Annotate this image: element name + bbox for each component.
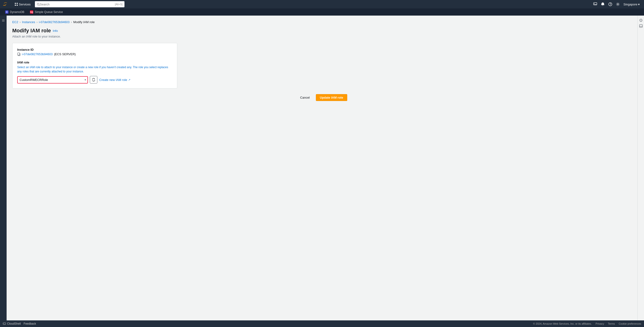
- search-shortcut: [Alt+S]: [115, 3, 122, 6]
- cloudshell-footer-icon: [3, 322, 6, 325]
- footer-left: CloudShell Feedback: [3, 322, 36, 325]
- dynamodb-icon: D: [5, 10, 8, 14]
- breadcrumb-current: Modify IAM role: [73, 20, 94, 24]
- aws-logo[interactable]: aws: [3, 2, 11, 7]
- svg-rect-1: [15, 3, 16, 4]
- refresh-icon: [92, 78, 95, 81]
- instance-id-label: Instance ID: [17, 48, 172, 52]
- instance-id-link[interactable]: i-07de0827653b94603: [22, 52, 52, 56]
- main-layout: EC2 › Instances › i-07de0827653b94603 › …: [0, 16, 644, 320]
- dynamodb-tab[interactable]: D DynamoDB: [3, 10, 27, 15]
- right-sidebar: ?: [638, 16, 644, 320]
- breadcrumb: EC2 › Instances › i-07de0827653b94603 › …: [12, 20, 632, 24]
- svg-rect-19: [639, 25, 642, 27]
- copyright-text: © 2024, Amazon Web Services, Inc. or its…: [533, 322, 592, 325]
- sqs-tab-label: Simple Queue Service: [35, 10, 63, 14]
- settings-button[interactable]: [614, 2, 621, 7]
- instance-id-row: i-07de0827653b94603 (ECS SERVER): [17, 52, 172, 56]
- cloudshell-nav-button[interactable]: [592, 2, 598, 7]
- terms-link[interactable]: Terms: [608, 322, 615, 325]
- feedback-label[interactable]: Feedback: [24, 322, 36, 325]
- copy-icon[interactable]: [17, 53, 20, 56]
- breadcrumb-sep-1: ›: [20, 21, 20, 24]
- sqs-icon: SQ: [30, 10, 33, 14]
- svg-rect-16: [18, 53, 20, 55]
- top-navigation: aws Services [Alt+S] ?: [0, 0, 644, 9]
- external-link-icon: ↗: [128, 78, 130, 81]
- sidebar-menu-button[interactable]: [0, 18, 6, 24]
- help-button[interactable]: ?: [607, 2, 614, 7]
- services-label: Services: [19, 3, 31, 6]
- services-menu-button[interactable]: Services: [13, 2, 32, 7]
- create-iam-role-label: Create new IAM role: [99, 78, 127, 82]
- service-tabs-bar: D DynamoDB SQ Simple Queue Service: [0, 9, 644, 16]
- cancel-button[interactable]: Cancel: [297, 94, 313, 101]
- iam-select-row: CustomRWECRRole None AmazonEC2RoleForSSM…: [17, 76, 172, 84]
- svg-rect-2: [17, 3, 18, 4]
- svg-point-11: [617, 4, 618, 5]
- right-help-button[interactable]: ?: [638, 18, 644, 23]
- footer: CloudShell Feedback © 2024, Amazon Web S…: [0, 320, 644, 327]
- region-selector[interactable]: Singapore ▾: [622, 2, 641, 7]
- svg-text:?: ?: [610, 3, 611, 6]
- dynamodb-tab-label: DynamoDB: [10, 10, 24, 14]
- search-icon: [37, 3, 40, 6]
- update-iam-role-button[interactable]: Update IAM role: [316, 94, 347, 101]
- main-content: EC2 › Instances › i-07de0827653b94603 › …: [6, 16, 638, 320]
- breadcrumb-sep-2: ›: [36, 21, 38, 24]
- cloudshell-label: CloudShell: [7, 322, 21, 325]
- page-title-row: Modify IAM role Info: [12, 28, 632, 34]
- cloudshell-footer-button[interactable]: CloudShell: [3, 322, 21, 325]
- breadcrumb-instances[interactable]: Instances: [22, 20, 35, 24]
- action-row: Cancel Update IAM role: [12, 94, 632, 101]
- grid-icon: [14, 3, 18, 6]
- svg-rect-21: [3, 322, 6, 324]
- svg-text:aws: aws: [3, 5, 6, 6]
- refresh-button[interactable]: [90, 76, 97, 84]
- nav-right-actions: ? Singapore ▾: [592, 2, 641, 7]
- svg-text:?: ?: [640, 20, 642, 22]
- instance-name: (ECS SERVER): [54, 52, 76, 56]
- breadcrumb-ec2[interactable]: EC2: [12, 20, 18, 24]
- svg-line-6: [39, 5, 40, 6]
- cookie-preferences-link[interactable]: Cookie preferences: [619, 322, 641, 325]
- notifications-button[interactable]: [600, 2, 606, 7]
- info-link[interactable]: Info: [53, 29, 58, 33]
- breadcrumb-instance-id[interactable]: i-07de0827653b94603: [39, 20, 70, 24]
- svg-rect-4: [17, 5, 18, 6]
- svg-point-5: [37, 3, 39, 5]
- iam-role-select-wrapper: CustomRWECRRole None AmazonEC2RoleForSSM…: [17, 76, 88, 84]
- region-chevron-icon: ▾: [638, 3, 640, 6]
- iam-role-description: Select an IAM role to attach to your ins…: [17, 65, 172, 74]
- sqs-tab[interactable]: SQ Simple Queue Service: [28, 10, 65, 15]
- page-subtitle: Attach an IAM role to your instance.: [12, 35, 632, 38]
- iam-role-label: IAM role: [17, 61, 172, 64]
- search-input[interactable]: [40, 3, 114, 6]
- page-title: Modify IAM role: [12, 28, 51, 34]
- modify-iam-role-card: Instance ID i-07de0827653b94603 (ECS SER…: [12, 43, 177, 89]
- privacy-link[interactable]: Privacy: [596, 322, 604, 325]
- footer-right: © 2024, Amazon Web Services, Inc. or its…: [533, 322, 641, 325]
- left-sidebar: [0, 16, 6, 320]
- svg-rect-3: [15, 5, 16, 6]
- create-iam-role-link[interactable]: Create new IAM role ↗: [99, 78, 130, 82]
- right-panel-button[interactable]: [638, 23, 644, 29]
- iam-role-select[interactable]: CustomRWECRRole None AmazonEC2RoleForSSM…: [17, 76, 88, 84]
- region-label: Singapore: [624, 3, 638, 6]
- search-bar[interactable]: [Alt+S]: [35, 1, 124, 7]
- breadcrumb-sep-3: ›: [71, 21, 72, 24]
